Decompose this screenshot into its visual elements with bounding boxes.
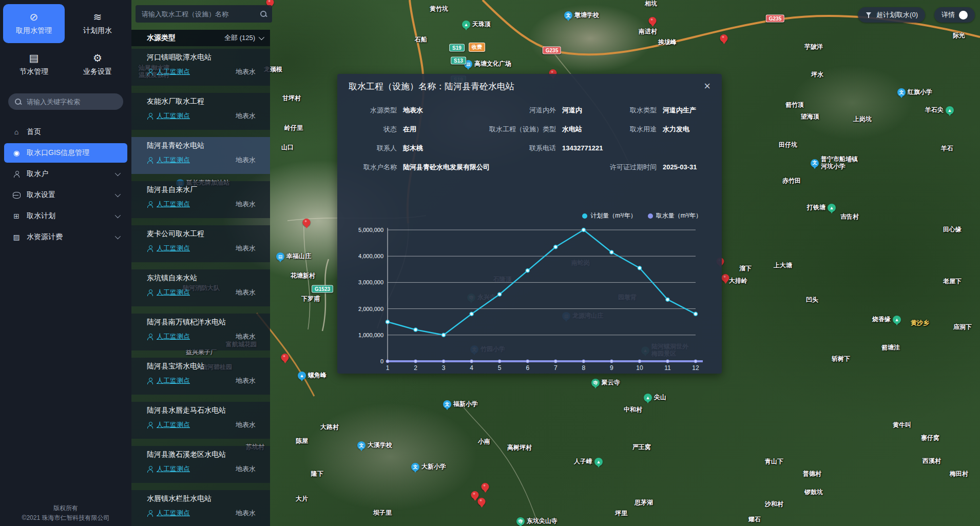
document-icon: ▤ xyxy=(29,53,39,63)
station-name: 陆河县水唇走马石水电站 xyxy=(147,406,263,415)
station-list-item[interactable]: 东坑镇自来水站人工监测点地表水 xyxy=(131,269,270,306)
station-list-item[interactable]: 陆河县自来水厂人工监测点地表水 xyxy=(131,181,270,218)
monitor-point-link[interactable]: 人工监测点 xyxy=(147,376,190,385)
water-point-pin-icon[interactable] xyxy=(281,354,289,361)
station-list-item[interactable]: 陆河县宝塔水电站人工监测点地表水 xyxy=(131,358,270,395)
monitor-point-link[interactable]: 人工监测点 xyxy=(147,332,190,341)
monitor-point-link[interactable]: 人工监测点 xyxy=(147,155,190,165)
map-label-text: 吉告村 xyxy=(840,213,859,221)
map-label-text: 相坑 xyxy=(645,1,657,8)
svg-text:8: 8 xyxy=(582,364,585,372)
monitor-point-link[interactable]: 人工监测点 xyxy=(147,464,190,474)
water-gis-app: 黄竹坑▲天珠顶石船龙颈根甘坪村岭仔里山口相坑南进村挨垅峰芋陂洋际光文墩塘学校▤高… xyxy=(0,0,980,526)
map-label-text: 凹头 xyxy=(806,297,818,304)
station-search-input[interactable] xyxy=(141,10,256,18)
station-list-item[interactable]: 河口镇唱歌潭水电站人工监测点地表水 xyxy=(131,49,270,86)
sidebar-item-0[interactable]: ⌂首页 xyxy=(4,122,127,142)
field-value: 水力发电 xyxy=(663,125,689,134)
map-label-text: 福新小学 xyxy=(453,401,478,408)
road-badge: G235 xyxy=(766,15,784,23)
monitor-point-label: 人工监测点 xyxy=(157,288,190,297)
monitor-point-link[interactable]: 人工监测点 xyxy=(147,288,190,297)
svg-text:4: 4 xyxy=(470,364,473,372)
over-plan-button[interactable]: 超计划取水(0) xyxy=(858,7,925,23)
map-place-label: 坝子里 xyxy=(373,510,392,517)
home-icon: ⌂ xyxy=(12,128,21,136)
toggle-knob[interactable] xyxy=(959,11,968,20)
person-icon xyxy=(147,378,153,384)
station-list-item[interactable]: 友能水厂取水工程人工监测点地表水 xyxy=(131,93,270,130)
station-list-item[interactable]: 陆河县青砼水电站人工监测点地表水 xyxy=(131,137,270,174)
map-label-line: 南进村 xyxy=(639,28,657,35)
map-place-label: 寨仔窝 xyxy=(921,435,939,442)
close-icon[interactable]: × xyxy=(704,81,710,92)
station-meta: 人工监测点地表水 xyxy=(147,244,263,253)
water-point-pin-icon[interactable] xyxy=(482,483,489,491)
detail-field: 取水用途水力发电 xyxy=(606,125,709,134)
water-point-pin-icon[interactable] xyxy=(720,34,728,42)
map-place-label: 凹头 xyxy=(806,297,818,304)
water-point-pin-icon[interactable] xyxy=(478,498,486,505)
school-marker-icon: 文 xyxy=(564,11,572,20)
app-button-2[interactable]: ▤节水管理 xyxy=(3,45,65,84)
station-list-item[interactable]: 陆河县激石溪老区水电站人工监测点地表水 xyxy=(131,446,270,483)
map-place-label: 小南 xyxy=(478,438,490,445)
sidebar-search[interactable] xyxy=(8,93,123,110)
map-label-text: 红旗小学 xyxy=(908,89,932,96)
svg-text:2: 2 xyxy=(414,364,417,372)
water-point-pin-icon[interactable] xyxy=(722,274,729,282)
sidebar-item-2[interactable]: 取水户 xyxy=(4,164,127,184)
field-value: 13432771221 xyxy=(562,144,603,152)
station-list-item[interactable]: 水唇镇水栏肚水电站人工监测点地表水 xyxy=(131,490,270,526)
field-label: 水源类型 xyxy=(350,106,397,115)
map-label-line: 幸福山庄 xyxy=(286,253,311,260)
svg-text:9: 9 xyxy=(610,364,613,372)
map-label-line: 东坑尖山寺 xyxy=(527,518,558,525)
app-button-0[interactable]: ⊘取用水管理 xyxy=(3,4,65,43)
legend-item-intake[interactable]: 取水量（m³/年） xyxy=(648,211,702,220)
station-search[interactable] xyxy=(136,5,272,23)
monitor-point-link[interactable]: 人工监测点 xyxy=(147,244,190,253)
monitor-point-link[interactable]: 人工监测点 xyxy=(147,420,190,430)
water-point-pin-icon[interactable] xyxy=(303,219,311,226)
map-label-text: 沙和村 xyxy=(765,501,783,508)
monitor-point-link[interactable]: 人工监测点 xyxy=(147,200,190,209)
sidebar-item-5[interactable]: ▨水资源计费 xyxy=(4,227,127,247)
detail-toggle[interactable]: 详情 xyxy=(934,7,975,23)
app-switcher: ⊘取用水管理≋计划用水▤节水管理⚙业务设置 xyxy=(0,0,131,86)
sidebar-item-1[interactable]: ◉取水口GIS信息管理 xyxy=(4,143,127,163)
detail-field: 联系人彭木桃 xyxy=(350,144,479,153)
map-label-line: 斩树下 xyxy=(832,356,850,363)
water-point-pin-icon[interactable] xyxy=(471,491,479,499)
water-source-type: 地表水 xyxy=(236,288,263,297)
map-label-line: 小南 xyxy=(478,438,490,445)
detail-row: 水源类型地表水河道内外河道内取水类型河道内生产 xyxy=(350,106,709,115)
station-list-item[interactable]: 陆河县水唇走马石水电站人工监测点地表水 xyxy=(131,402,270,439)
monitor-point-label: 人工监测点 xyxy=(157,376,190,385)
map-label-line: 黄沙乡 xyxy=(911,320,929,327)
sidebar-item-3[interactable]: 取水设置 xyxy=(4,185,127,205)
station-list-item[interactable]: 麦卡公司取水工程人工监测点地表水 xyxy=(131,225,270,262)
filter-dropdown[interactable]: 全部 (125) xyxy=(224,33,263,43)
sidebar-item-4[interactable]: ⊞取水计划 xyxy=(4,206,127,226)
map-label-text: 羊石 xyxy=(941,145,953,152)
intake-series-dot xyxy=(648,213,653,219)
monitor-point-link[interactable]: 人工监测点 xyxy=(147,509,190,518)
field-label: 联系电话 xyxy=(479,144,556,153)
monitor-point-link[interactable]: 人工监测点 xyxy=(147,67,190,76)
map-label-text: 天珠顶 xyxy=(472,21,491,28)
sidebar-search-input[interactable] xyxy=(26,98,118,106)
legend-item-plan[interactable]: 计划量（m³/年） xyxy=(582,211,636,220)
station-list-item[interactable]: 陆河县南万镇杞洋水电站人工监测点地表水 xyxy=(131,314,270,350)
monitor-point-link[interactable]: 人工监测点 xyxy=(147,111,190,121)
water-source-type: 地表水 xyxy=(236,111,263,121)
water-point-pin-icon[interactable] xyxy=(649,17,657,25)
map-label-text: 田仔坑 xyxy=(779,142,797,149)
sidebar-item-label: 水资源计费 xyxy=(27,232,109,242)
modal-titlebar: 取水工程（设施）名称：陆河县青砼水电站 × xyxy=(337,74,722,99)
app-button-1[interactable]: ≋计划用水 xyxy=(67,4,128,43)
app-button-3[interactable]: ⚙业务设置 xyxy=(67,45,128,84)
station-meta: 人工监测点地表水 xyxy=(147,200,263,209)
chart-legend: 计划量（m³/年） 取水量（m³/年） xyxy=(582,211,702,220)
field-label: 取水用途 xyxy=(606,125,657,134)
